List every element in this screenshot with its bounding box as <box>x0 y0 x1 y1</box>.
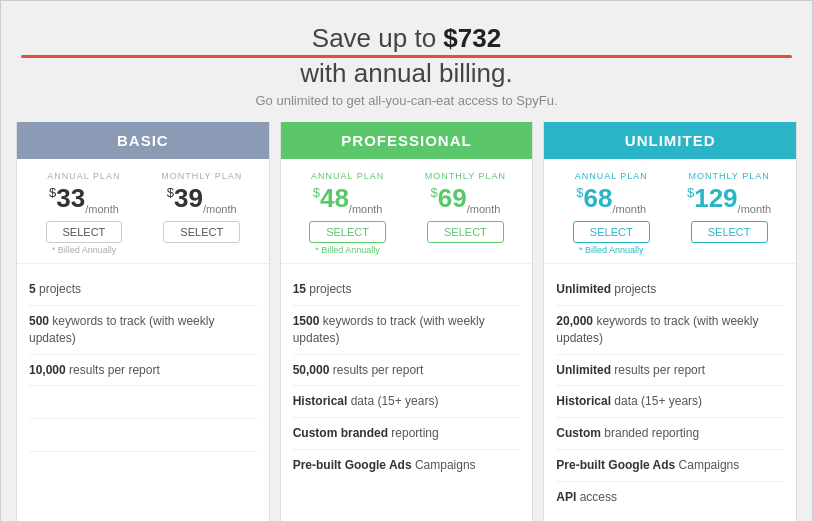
unlimited-monthly: MONTHLY PLAN $129/month SELECT <box>670 171 788 255</box>
professional-annual: ANNUAL PLAN $48/month SELECT * Billed An… <box>289 171 407 255</box>
feature-row: 10,000 results per report <box>29 355 257 387</box>
header-title: Save up to $732 with annual billing. <box>21 23 792 89</box>
feature-row: Historical data (15+ years) <box>556 386 784 418</box>
basic-annual-billed: * Billed Annually <box>25 245 143 255</box>
title-start: Save up to <box>312 23 444 53</box>
feature-row: Unlimited projects <box>556 274 784 306</box>
plan-basic-header: BASIC <box>17 122 269 159</box>
unlimited-annual-select[interactable]: SELECT <box>573 221 650 243</box>
unlimited-monthly-label: MONTHLY PLAN <box>670 171 788 181</box>
basic-monthly-price: $39/month <box>143 185 261 215</box>
professional-monthly-label: MONTHLY PLAN <box>407 171 525 181</box>
unlimited-monthly-select[interactable]: SELECT <box>691 221 768 243</box>
price-underline <box>21 55 792 58</box>
professional-annual-price: $48/month <box>289 185 407 215</box>
professional-annual-select[interactable]: SELECT <box>309 221 386 243</box>
plan-unlimited-pricing: ANNUAL PLAN $68/month SELECT * Billed An… <box>544 159 796 264</box>
feature-row: Custom branded reporting <box>293 418 521 450</box>
basic-annual: ANNUAL PLAN $33/month SELECT * Billed An… <box>25 171 143 255</box>
plan-unlimited: UNLIMITED ANNUAL PLAN $68/month SELECT *… <box>543 122 797 521</box>
header-section: Save up to $732 with annual billing. Go … <box>1 1 812 122</box>
unlimited-features: Unlimited projects 20,000 keywords to tr… <box>544 264 796 521</box>
plans-container: BASIC ANNUAL PLAN $33/month SELECT * Bil… <box>1 122 812 521</box>
feature-row: Unlimited results per report <box>556 355 784 387</box>
basic-annual-price: $33/month <box>25 185 143 215</box>
professional-annual-label: ANNUAL PLAN <box>289 171 407 181</box>
feature-row: Pre-built Google Ads Campaigns <box>293 450 521 481</box>
feature-row: 20,000 keywords to track (with weekly up… <box>556 306 784 355</box>
professional-monthly: MONTHLY PLAN $69/month SELECT <box>407 171 525 255</box>
feature-row-empty <box>29 452 257 485</box>
pricing-page: Save up to $732 with annual billing. Go … <box>0 0 813 521</box>
professional-monthly-price: $69/month <box>407 185 525 215</box>
unlimited-annual-label: ANNUAL PLAN <box>552 171 670 181</box>
feature-row: 500 keywords to track (with weekly updat… <box>29 306 257 355</box>
feature-row-empty <box>29 386 257 419</box>
plan-professional: PROFESSIONAL ANNUAL PLAN $48/month SELEC… <box>280 122 534 521</box>
unlimited-annual-price: $68/month <box>552 185 670 215</box>
feature-row: 50,000 results per report <box>293 355 521 387</box>
feature-row: API access <box>556 482 784 513</box>
basic-annual-label: ANNUAL PLAN <box>25 171 143 181</box>
basic-monthly-label: MONTHLY PLAN <box>143 171 261 181</box>
basic-monthly-select[interactable]: SELECT <box>163 221 240 243</box>
feature-row: Historical data (15+ years) <box>293 386 521 418</box>
unlimited-annual-billed: * Billed Annually <box>552 245 670 255</box>
feature-row: 5 projects <box>29 274 257 306</box>
basic-annual-select[interactable]: SELECT <box>46 221 123 243</box>
plan-basic-pricing: ANNUAL PLAN $33/month SELECT * Billed An… <box>17 159 269 264</box>
header-subtitle: Go unlimited to get all-you-can-eat acce… <box>21 93 792 108</box>
feature-row: 15 projects <box>293 274 521 306</box>
feature-row-empty <box>29 419 257 452</box>
basic-features: 5 projects 500 keywords to track (with w… <box>17 264 269 521</box>
feature-row: Custom branded reporting <box>556 418 784 450</box>
plan-basic: BASIC ANNUAL PLAN $33/month SELECT * Bil… <box>16 122 270 521</box>
feature-row: Pre-built Google Ads Campaigns <box>556 450 784 482</box>
unlimited-annual: ANNUAL PLAN $68/month SELECT * Billed An… <box>552 171 670 255</box>
professional-features: 15 projects 1500 keywords to track (with… <box>281 264 533 521</box>
plan-professional-pricing: ANNUAL PLAN $48/month SELECT * Billed An… <box>281 159 533 264</box>
basic-monthly: MONTHLY PLAN $39/month SELECT <box>143 171 261 255</box>
plan-unlimited-header: UNLIMITED <box>544 122 796 159</box>
professional-monthly-select[interactable]: SELECT <box>427 221 504 243</box>
professional-annual-billed: * Billed Annually <box>289 245 407 255</box>
title-end: with annual billing. <box>300 58 512 88</box>
plan-professional-header: PROFESSIONAL <box>281 122 533 159</box>
unlimited-monthly-price: $129/month <box>670 185 788 215</box>
feature-row: 1500 keywords to track (with weekly upda… <box>293 306 521 355</box>
